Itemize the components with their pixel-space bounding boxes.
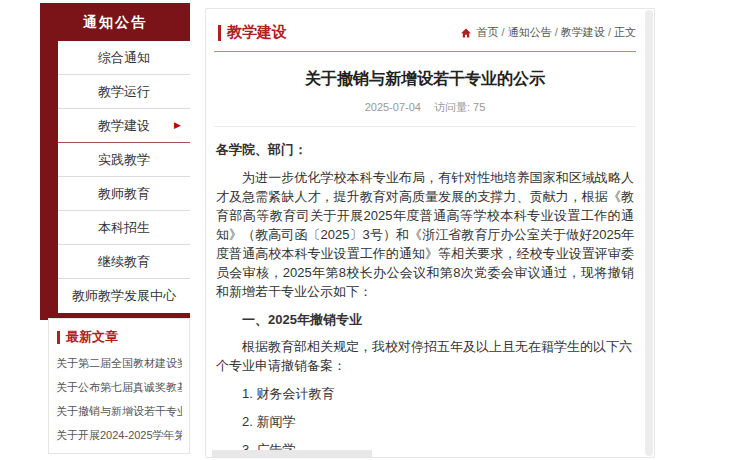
article-date: 2025-07-04 (365, 101, 421, 113)
article-views: 访问量: 75 (434, 101, 485, 113)
article-body: 各学院、部门： 为进一步优化学校本科专业布局，有针对性地培养国家和区域战略人才及… (214, 140, 636, 460)
revoked-major-item: 2. 新闻学 (216, 412, 634, 431)
breadcrumb-item[interactable]: 教学建设 (561, 26, 605, 38)
section1-intro: 根据教育部相关规定，我校对停招五年及以上且无在籍学生的以下六个专业申请撤销备案： (216, 337, 634, 375)
article-panel: 教学建设 首页 / 通知公告 / 教学建设 / 正文 关于撤销与新增设若干专业的… (205, 8, 655, 458)
breadcrumb-item: 正文 (614, 26, 636, 38)
breadcrumb-separator: / (552, 26, 561, 38)
latest-articles-list: 关于第二届全国教材建设奖申报教...关于公布第七届真诚奖教基金评选...关于撤销… (49, 349, 189, 454)
article-title: 关于撤销与新增设若干专业的公示 (214, 69, 636, 90)
sidebar-menu-item[interactable]: 教学建设▶ (58, 109, 190, 143)
page-section-title: 教学建设 (227, 23, 287, 42)
article-salutation: 各学院、部门： (216, 140, 634, 159)
latest-articles-title: 最新文章 (66, 328, 118, 346)
header-divider (214, 51, 636, 52)
revoked-major-item: 1. 财务会计教育 (216, 384, 634, 403)
article-paragraph: 为进一步优化学校本科专业布局，有针对性地培养国家和区域战略人才及急需紧缺人才，提… (216, 168, 634, 301)
clipped-next-line (212, 450, 372, 457)
sidebar-menu-item[interactable]: 综合通知 (58, 41, 190, 75)
sidebar-menu-item[interactable]: 教师教学发展中心 (58, 279, 190, 313)
red-bar-icon (57, 331, 60, 344)
meta-divider (214, 126, 636, 127)
section1-heading: 一、2025年撤销专业 (216, 310, 634, 329)
notice-sidebar: 通知公告 综合通知教学运行教学建设▶实践教学教师教育本科招生继续教育教师教学发展… (40, 3, 190, 320)
sidebar-menu-item[interactable]: 本科招生 (58, 211, 190, 245)
home-icon (460, 27, 472, 39)
active-arrow-icon: ▶ (174, 109, 181, 142)
breadcrumb-item[interactable]: 通知公告 (508, 26, 552, 38)
sidebar-menu-item[interactable]: 继续教育 (58, 245, 190, 279)
latest-article-link[interactable]: 关于第二届全国教材建设奖申报教... (56, 351, 182, 375)
sidebar-menu: 综合通知教学运行教学建设▶实践教学教师教育本科招生继续教育教师教学发展中心 (58, 41, 190, 313)
breadcrumb-items: 首页 / 通知公告 / 教学建设 / 正文 (476, 25, 636, 40)
article-meta: 2025-07-04 访问量: 75 (214, 100, 636, 115)
scrollbar[interactable] (645, 10, 653, 456)
sidebar-menu-item[interactable]: 教学运行 (58, 75, 190, 109)
breadcrumb-separator: / (605, 26, 614, 38)
latest-article-link[interactable]: 宁波大学2025年应届本科毕业生... (56, 447, 182, 454)
breadcrumb-item[interactable]: 首页 (476, 26, 498, 38)
revoked-majors-list: 1. 财务会计教育2. 新闻学3. 广告学4. 旅游管理与服务教育5. 产品设计… (216, 384, 634, 460)
article-panel-header: 教学建设 首页 / 通知公告 / 教学建设 / 正文 (214, 17, 636, 44)
breadcrumb: 首页 / 通知公告 / 教学建设 / 正文 (460, 25, 636, 40)
sidebar-title: 通知公告 (40, 3, 190, 41)
breadcrumb-separator: / (498, 26, 507, 38)
sidebar-menu-item[interactable]: 教师教育 (58, 177, 190, 211)
red-bar-icon (218, 25, 221, 41)
latest-article-link[interactable]: 关于公布第七届真诚奖教基金评选... (56, 375, 182, 399)
latest-article-link[interactable]: 关于开展2024-2025学年第二学... (56, 423, 182, 447)
latest-article-link[interactable]: 关于撤销与新增设若干专业的公示 (56, 399, 182, 423)
sidebar-menu-item[interactable]: 实践教学 (58, 143, 190, 177)
latest-articles-card: 最新文章 关于第二届全国教材建设奖申报教...关于公布第七届真诚奖教基金评选..… (48, 318, 190, 454)
latest-articles-header: 最新文章 (49, 319, 189, 349)
